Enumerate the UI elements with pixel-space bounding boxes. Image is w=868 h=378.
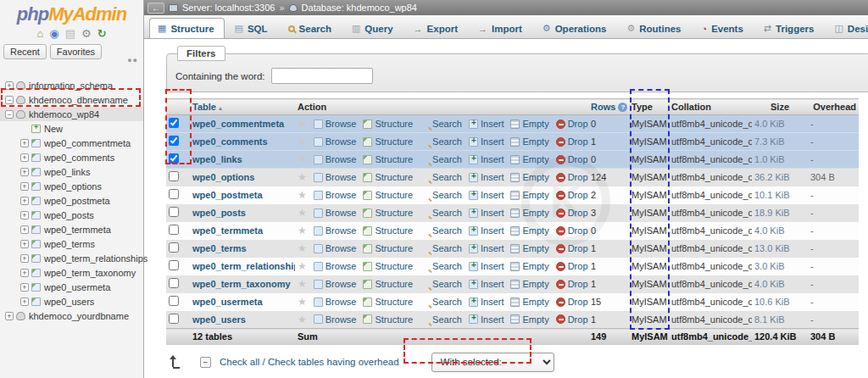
table-name-link[interactable]: wpe0_comments <box>192 136 268 147</box>
row-checkbox[interactable] <box>169 189 179 199</box>
browse-action-link[interactable]: Browse <box>314 119 357 129</box>
with-selected-dropdown[interactable]: With selected: <box>431 353 554 372</box>
empty-action-link[interactable]: Empty <box>510 243 548 253</box>
search-action-link[interactable]: Search <box>420 208 462 218</box>
expand-toggle[interactable]: − <box>5 110 14 119</box>
drop-action-link[interactable]: Drop <box>556 279 588 289</box>
browse-action-link[interactable]: Browse <box>314 172 357 182</box>
tree-item-wpe0_commentmeta[interactable]: + wpe0_commentmeta <box>0 136 143 150</box>
expand-toggle[interactable]: + <box>20 225 29 234</box>
browse-action-link[interactable]: Browse <box>314 225 357 236</box>
search-action-link[interactable]: Search <box>420 314 462 325</box>
search-action-link[interactable]: Search <box>420 172 462 182</box>
drop-action-link[interactable]: Drop <box>556 136 588 147</box>
table-name-link[interactable]: wpe0_terms <box>192 243 247 253</box>
favorite-star-icon[interactable]: ★ <box>298 171 307 183</box>
structure-action-link[interactable]: Structure <box>363 119 413 129</box>
row-checkbox[interactable] <box>169 136 179 146</box>
tab-triggers[interactable]: ⇄ Triggers <box>755 18 825 38</box>
header-type[interactable]: Type <box>629 99 669 115</box>
insert-action-link[interactable]: Insert <box>469 119 504 129</box>
favorite-star-icon[interactable]: ★ <box>298 260 307 272</box>
tree-item-wpe0_term_taxonomy[interactable]: + wpe0_term_taxonomy <box>0 265 143 280</box>
tab-events[interactable]: ◔ Events <box>693 19 753 38</box>
favorite-star-icon[interactable]: ★ <box>298 153 307 165</box>
favorites-tab[interactable]: Favorites <box>50 44 102 59</box>
back-arrow-button[interactable]: ← <box>147 3 164 14</box>
table-name-link[interactable]: wpe0_term_taxonomy <box>192 279 291 289</box>
row-checkbox[interactable] <box>169 314 179 324</box>
expand-toggle[interactable]: + <box>5 312 14 320</box>
insert-action-link[interactable]: Insert <box>469 225 504 236</box>
table-name-link[interactable]: wpe0_users <box>192 314 246 325</box>
header-rows[interactable]: Rows? <box>588 99 629 115</box>
check-all-link[interactable]: Check all / Check tables having overhead <box>220 357 399 367</box>
favorite-star-icon[interactable]: ★ <box>298 207 307 219</box>
table-name-link[interactable]: wpe0_links <box>192 154 242 164</box>
tab-query[interactable]: ▥ Query <box>343 18 403 38</box>
expand-toggle[interactable]: + <box>20 153 29 162</box>
empty-action-link[interactable]: Empty <box>510 279 548 289</box>
drop-action-link[interactable]: Drop <box>556 225 588 236</box>
empty-action-link[interactable]: Empty <box>510 314 548 325</box>
drop-action-link[interactable]: Drop <box>556 297 588 307</box>
drop-action-link[interactable]: Drop <box>556 261 588 271</box>
insert-action-link[interactable]: Insert <box>469 190 504 200</box>
search-action-link[interactable]: Search <box>420 154 462 164</box>
tab-search[interactable]: Search <box>280 19 342 38</box>
search-action-link[interactable]: Search <box>420 225 462 236</box>
containing-word-input[interactable] <box>271 68 373 84</box>
row-checkbox[interactable] <box>169 207 179 217</box>
expand-toggle[interactable]: + <box>20 240 29 248</box>
insert-action-link[interactable]: Insert <box>469 297 504 307</box>
tab-import[interactable]: → Import <box>470 19 532 38</box>
structure-action-link[interactable]: Structure <box>363 225 413 236</box>
tree-item-wpe0_usermeta[interactable]: + wpe0_usermeta <box>0 280 143 294</box>
breadcrumb-database[interactable]: Database: khdemoco_wp84 <box>302 3 417 13</box>
expand-toggle[interactable]: − <box>5 96 14 104</box>
search-action-link[interactable]: Search <box>420 190 462 200</box>
browse-action-link[interactable]: Browse <box>314 190 357 200</box>
insert-action-link[interactable]: Insert <box>469 154 504 164</box>
structure-action-link[interactable]: Structure <box>363 279 413 289</box>
tree-item-wpe0_term_relationships[interactable]: + wpe0_term_relationships <box>0 251 143 265</box>
expand-toggle[interactable]: + <box>20 269 29 277</box>
table-name-link[interactable]: wpe0_usermeta <box>192 297 263 307</box>
insert-action-link[interactable]: Insert <box>469 136 504 147</box>
structure-action-link[interactable]: Structure <box>363 314 413 325</box>
insert-action-link[interactable]: Insert <box>469 261 504 271</box>
row-checkbox[interactable] <box>169 242 179 253</box>
browse-action-link[interactable]: Browse <box>314 154 357 164</box>
favorite-star-icon[interactable]: ★ <box>298 278 307 290</box>
empty-action-link[interactable]: Empty <box>510 172 548 182</box>
row-checkbox[interactable] <box>169 260 179 270</box>
row-checkbox[interactable] <box>169 225 179 235</box>
structure-action-link[interactable]: Structure <box>363 261 413 271</box>
tree-item-khdemoco_wp84[interactable]: − khdemoco_wp84 <box>0 107 143 121</box>
favorite-star-icon[interactable]: ★ <box>298 296 307 308</box>
header-size[interactable]: Size <box>752 99 808 115</box>
tab-sql[interactable]: ▤ SQL <box>226 18 278 38</box>
empty-action-link[interactable]: Empty <box>510 261 548 271</box>
tree-item-wpe0_posts[interactable]: + wpe0_posts <box>0 208 143 222</box>
tree-item-wpe0_comments[interactable]: + wpe0_comments <box>0 150 143 164</box>
structure-action-link[interactable]: Structure <box>363 172 413 182</box>
table-name-link[interactable]: wpe0_commentmeta <box>192 119 284 129</box>
drop-action-link[interactable]: Drop <box>556 119 588 129</box>
favorite-star-icon[interactable]: ★ <box>298 136 307 147</box>
browse-action-link[interactable]: Browse <box>314 314 357 325</box>
search-action-link[interactable]: Search <box>420 261 462 271</box>
expand-toggle[interactable]: + <box>20 182 29 191</box>
browse-action-link[interactable]: Browse <box>314 297 357 307</box>
search-action-link[interactable]: Search <box>420 136 462 147</box>
search-action-link[interactable]: Search <box>420 279 462 289</box>
search-action-link[interactable]: Search <box>420 119 462 129</box>
empty-action-link[interactable]: Empty <box>510 154 548 164</box>
sidebar-resize-handle[interactable]: ●● <box>127 56 138 64</box>
search-action-link[interactable]: Search <box>420 297 462 307</box>
drop-action-link[interactable]: Drop <box>556 190 588 200</box>
tab-designer[interactable]: ◫ Designer <box>826 18 868 38</box>
structure-action-link[interactable]: Structure <box>363 136 413 147</box>
insert-action-link[interactable]: Insert <box>469 279 504 289</box>
browse-action-link[interactable]: Browse <box>314 261 357 271</box>
